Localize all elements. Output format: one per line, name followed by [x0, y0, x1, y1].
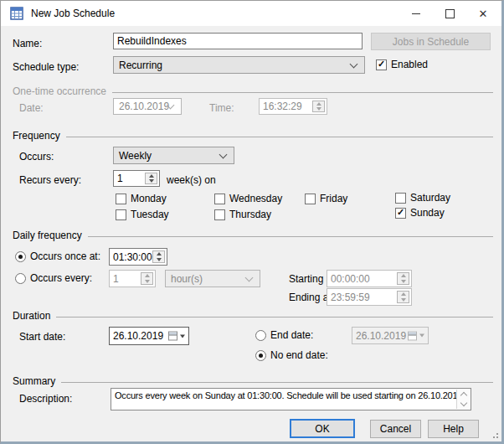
schedule-type-label: Schedule type: — [13, 61, 79, 73]
title-bar: New Job Schedule ✕ — [1, 1, 501, 26]
group-divider — [66, 137, 493, 137]
group-divider — [56, 317, 493, 318]
summary-group: Summary — [13, 375, 493, 387]
one-time-occurrence-group: One-time occurrence — [13, 85, 493, 97]
resize-grip-icon[interactable] — [491, 431, 498, 438]
dropdown-arrow-icon — [419, 334, 424, 338]
day-checkbox-thursday[interactable]: Thursday — [214, 209, 271, 220]
group-divider — [112, 92, 493, 93]
close-button[interactable]: ✕ — [466, 1, 500, 26]
chevron-down-icon — [219, 150, 228, 158]
occurs-every-radio[interactable] — [15, 273, 26, 284]
checkbox[interactable] — [116, 194, 126, 204]
scroll-up-icon[interactable] — [457, 390, 470, 400]
occurs-every-value-spinner[interactable]: 1 — [109, 270, 156, 287]
occurs-once-radio-row[interactable]: Occurs once at: — [15, 250, 100, 262]
no-end-date-radio-row[interactable]: No end date: — [255, 349, 328, 361]
spinner-arrows-icon[interactable] — [141, 272, 153, 285]
chevron-down-icon — [350, 59, 358, 68]
one-time-time-spinner[interactable]: 16:32:29 — [259, 98, 327, 115]
occurs-every-value: 1 — [113, 273, 119, 285]
maximize-icon — [445, 9, 455, 18]
time-label: Time: — [209, 102, 234, 114]
starting-at-value: 00:00:00 — [331, 273, 370, 285]
checkbox[interactable] — [395, 193, 406, 204]
scroll-down-icon[interactable] — [457, 400, 470, 410]
checkbox[interactable] — [214, 209, 225, 220]
duration-label: Duration — [13, 310, 50, 322]
ok-button[interactable]: OK — [290, 419, 355, 438]
day-checkbox-tuesday[interactable]: Tuesday — [116, 209, 169, 220]
name-input[interactable] — [113, 33, 363, 49]
recurs-every-spinner[interactable]: 1 — [113, 170, 160, 187]
day-checkbox-monday[interactable]: Monday — [116, 193, 167, 204]
maximize-button[interactable] — [433, 1, 466, 26]
window-title: New Job Schedule — [31, 8, 115, 19]
spinner-arrows-icon[interactable] — [312, 101, 325, 112]
schedule-type-select[interactable]: Recurring — [113, 56, 365, 74]
occurs-every-unit-select[interactable]: hour(s) — [165, 270, 260, 287]
day-checkbox-friday[interactable]: Friday — [305, 193, 347, 204]
recurs-every-label: Recurs every: — [19, 174, 81, 186]
occurs-select[interactable]: Weekly — [113, 147, 234, 164]
schedule-type-value: Recurring — [119, 59, 162, 71]
enabled-checkbox[interactable] — [376, 59, 387, 70]
chevron-down-icon — [245, 273, 254, 281]
description-textbox[interactable]: Occurs every week on Sunday at 01:30:00.… — [111, 388, 471, 410]
checkbox[interactable] — [395, 208, 406, 219]
occurs-value: Weekly — [119, 150, 152, 162]
one-time-date-select[interactable]: 26.10.2019 — [113, 98, 182, 115]
spinner-arrows-icon[interactable] — [152, 250, 165, 263]
day-checkbox-saturday[interactable]: Saturday — [395, 192, 450, 204]
no-end-date-radio[interactable] — [255, 350, 266, 361]
one-time-time-value: 16:32:29 — [263, 101, 302, 112]
window-controls: ✕ — [399, 1, 500, 26]
frequency-group: Frequency — [13, 130, 493, 142]
spinner-arrows-icon[interactable] — [397, 291, 409, 303]
duration-group: Duration — [13, 310, 493, 322]
enabled-label: Enabled — [391, 59, 428, 70]
group-divider — [88, 236, 493, 237]
frequency-label: Frequency — [13, 130, 60, 142]
one-time-date-value: 26.10.2019 — [119, 101, 169, 112]
spinner-arrows-icon[interactable] — [397, 272, 409, 285]
end-date-radio[interactable] — [255, 330, 266, 341]
occurs-every-radio-row[interactable]: Occurs every: — [15, 272, 92, 284]
enabled-checkbox-row[interactable]: Enabled — [376, 59, 428, 70]
occurs-once-radio[interactable] — [15, 251, 26, 262]
description-label: Description: — [19, 393, 72, 405]
occurs-every-unit: hour(s) — [171, 273, 203, 285]
day-checkbox-sunday[interactable]: Sunday — [395, 207, 445, 219]
occurs-once-time-spinner[interactable]: 01:30:00 — [109, 248, 167, 266]
end-date-picker[interactable]: 26.10.2019 — [352, 327, 429, 344]
end-date-radio-row[interactable]: End date: — [255, 329, 313, 341]
checkbox[interactable] — [305, 194, 316, 204]
description-scrollbar[interactable] — [456, 390, 470, 409]
summary-label: Summary — [13, 375, 55, 387]
checkbox[interactable] — [214, 194, 225, 204]
description-text: Occurs every week on Sunday at 01:30:00.… — [115, 390, 465, 400]
help-button[interactable]: Help — [428, 420, 479, 438]
group-divider — [61, 382, 493, 383]
minimize-button[interactable] — [399, 1, 433, 26]
cancel-button[interactable]: Cancel — [370, 420, 421, 438]
occurs-label: Occurs: — [19, 151, 54, 163]
start-date-picker[interactable]: 26.10.2019 — [109, 327, 189, 345]
dropdown-arrow-icon — [180, 334, 185, 338]
start-date-value: 26.10.2019 — [113, 330, 163, 342]
ending-at-spinner[interactable]: 23:59:59 — [327, 288, 412, 306]
close-icon: ✕ — [479, 8, 488, 19]
daily-frequency-label: Daily frequency — [13, 230, 82, 241]
starting-at-spinner[interactable]: 00:00:00 — [327, 270, 412, 287]
end-date-value: 26.10.2019 — [356, 330, 406, 342]
ending-at-value: 23:59:59 — [331, 292, 370, 303]
calendar-icon — [408, 331, 417, 340]
day-checkbox-wednesday[interactable]: Wednesday — [214, 193, 282, 204]
one-time-occurrence-label: One-time occurrence — [13, 85, 106, 97]
calendar-icon — [168, 332, 177, 341]
schedule-calendar-icon — [10, 7, 23, 20]
checkbox[interactable] — [116, 209, 126, 220]
jobs-in-schedule-button[interactable]: Jobs in Schedule — [371, 33, 491, 50]
daily-frequency-group: Daily frequency — [13, 230, 493, 241]
spinner-arrows-icon[interactable] — [145, 173, 157, 184]
